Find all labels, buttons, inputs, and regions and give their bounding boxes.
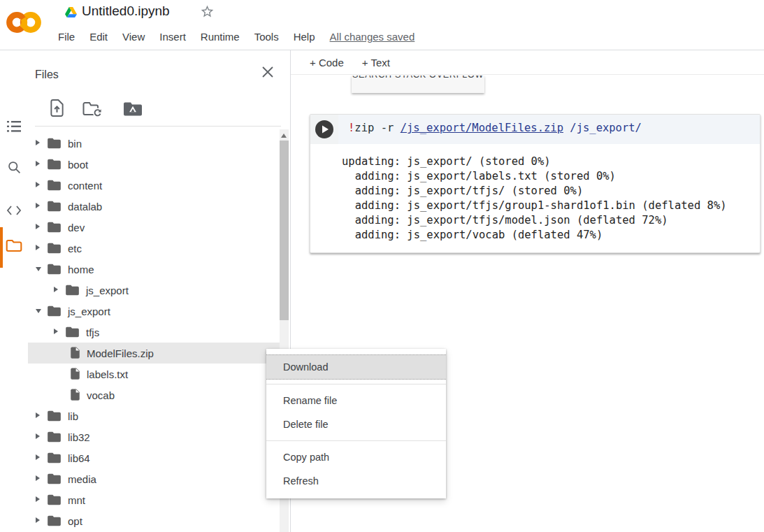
menu-file[interactable]: File	[58, 31, 75, 43]
tree-item-label: js_export	[68, 305, 110, 317]
tree-item-js-export[interactable]: js_export	[28, 301, 280, 322]
expand-arrow-icon	[36, 245, 40, 250]
folder-icon	[47, 158, 62, 170]
colab-app: Untitled0.ipynb FileEditViewInsertRuntim…	[0, 0, 764, 532]
folder-icon	[47, 137, 62, 149]
file-icon	[70, 346, 80, 362]
tree-item-modelfiles-zip[interactable]: ModelFiles.zip	[28, 343, 280, 364]
code-snippets-button[interactable]	[0, 199, 28, 222]
add-text-button[interactable]: + Text	[358, 55, 394, 70]
folder-icon	[47, 242, 62, 254]
table-of-contents-icon	[7, 120, 21, 133]
tree-item-opt[interactable]: opt	[28, 510, 280, 531]
menu-runtime[interactable]: Runtime	[201, 31, 240, 43]
menu-view[interactable]: View	[122, 31, 145, 43]
folder-icon	[47, 242, 62, 257]
expand-arrow-icon	[36, 182, 40, 187]
tree-item-bin[interactable]: bin	[28, 133, 280, 154]
folder-icon	[65, 284, 80, 296]
tree-item-label: mnt	[68, 494, 85, 506]
files-button[interactable]	[0, 233, 28, 257]
close-icon[interactable]	[260, 64, 275, 82]
folder-icon	[47, 452, 62, 463]
star-icon[interactable]	[200, 4, 215, 22]
folder-icon	[47, 179, 62, 194]
tree-item-datalab[interactable]: datalab	[28, 196, 280, 217]
folder-icon	[65, 326, 80, 338]
file-icon	[70, 346, 80, 359]
folder-icon	[6, 238, 22, 252]
expand-arrow-icon	[36, 517, 40, 523]
expand-arrow-icon	[36, 454, 40, 460]
expand-arrow-icon	[36, 412, 40, 418]
tree-item-label: content	[68, 180, 102, 192]
tree-item-label: lib	[68, 410, 78, 422]
folder-icon	[47, 305, 62, 317]
context-menu-item-rename-file[interactable]: Rename file	[266, 389, 446, 412]
folder-icon	[47, 473, 62, 484]
cell-output-text: updating: js_export/ (stored 0%) adding:…	[342, 154, 760, 243]
expand-arrow-icon	[36, 161, 40, 166]
files-panel: Files bin boot content datalab dev	[28, 50, 291, 532]
code-token-command: zip -r	[354, 122, 400, 134]
tree-item-etc[interactable]: etc	[28, 238, 280, 259]
tree-item-lib32[interactable]: lib32	[28, 426, 280, 447]
folder-icon	[47, 200, 62, 212]
table-of-contents-button[interactable]	[0, 115, 28, 138]
colab-logo[interactable]	[6, 8, 42, 40]
notebook-title[interactable]: Untitled0.ipynb	[82, 3, 170, 19]
scrollbar-up-arrow[interactable]	[281, 134, 287, 138]
menu-edit[interactable]: Edit	[89, 31, 108, 43]
save-status[interactable]: All changes saved	[330, 31, 415, 43]
menu-help[interactable]: Help	[294, 31, 315, 43]
expand-arrow-icon	[36, 140, 40, 145]
tree-item-labels-txt[interactable]: labels.txt	[28, 364, 280, 384]
tree-item-label: ModelFiles.zip	[87, 347, 154, 359]
menu-divider	[266, 440, 446, 441]
tree-item-lib[interactable]: lib	[28, 405, 280, 426]
add-code-button[interactable]: + Code	[305, 55, 348, 70]
folder-icon	[47, 137, 62, 152]
search-button[interactable]	[0, 155, 28, 179]
mount-drive-icon[interactable]	[123, 101, 143, 120]
refresh-folder-icon[interactable]	[82, 101, 103, 120]
menu-insert[interactable]: Insert	[159, 31, 186, 43]
tree-item-label: vocab	[87, 389, 115, 401]
folder-icon	[47, 410, 62, 422]
tree-item-lib64[interactable]: lib64	[28, 447, 280, 468]
context-menu-item-copy-path[interactable]: Copy path	[266, 445, 446, 469]
menu-tools[interactable]: Tools	[254, 31, 279, 43]
tree-item-vocab[interactable]: vocab	[28, 384, 280, 405]
tree-item-dev[interactable]: dev	[28, 217, 280, 238]
folder-icon	[47, 221, 62, 233]
panel-divider	[35, 126, 281, 127]
tree-item-mnt[interactable]: mnt	[28, 489, 280, 510]
play-icon	[315, 120, 333, 138]
tree-item-home[interactable]: home	[28, 259, 280, 280]
upload-file-icon[interactable]	[49, 99, 65, 120]
tree-item-content[interactable]: content	[28, 175, 280, 196]
folder-icon	[47, 452, 62, 466]
folder-icon	[47, 263, 62, 278]
folder-icon	[47, 158, 62, 173]
tree-item-boot[interactable]: boot	[28, 154, 280, 175]
code-editor[interactable]: !zip -r /js_export/ModelFiles.zip /js_ex…	[338, 115, 760, 144]
context-menu-item-download[interactable]: Download	[266, 354, 446, 380]
search-stack-overflow-button[interactable]: SEARCH STACK OVERFLOW	[352, 76, 484, 93]
context-menu-item-delete-file[interactable]: Delete file	[266, 412, 446, 436]
search-stack-overflow-label: SEARCH STACK OVERFLOW	[352, 76, 484, 80]
context-menu-item-refresh[interactable]: Refresh	[266, 469, 446, 493]
expand-arrow-icon	[36, 224, 40, 229]
file-icon	[70, 388, 80, 404]
code-editor-row: !zip -r /js_export/ModelFiles.zip /js_ex…	[310, 115, 760, 144]
expand-arrow-icon	[54, 329, 58, 334]
menubar: FileEditViewInsertRuntimeToolsHelpAll ch…	[58, 31, 415, 43]
folder-icon	[47, 473, 62, 487]
tree-item-label: lib32	[68, 431, 90, 443]
tree-item-js-export[interactable]: js_export	[28, 280, 280, 301]
tree-item-tfjs[interactable]: tfjs	[28, 322, 280, 343]
tree-item-media[interactable]: media	[28, 468, 280, 489]
folder-icon	[47, 431, 62, 445]
run-cell-button[interactable]	[315, 120, 333, 138]
scrollbar-thumb[interactable]	[280, 141, 289, 320]
